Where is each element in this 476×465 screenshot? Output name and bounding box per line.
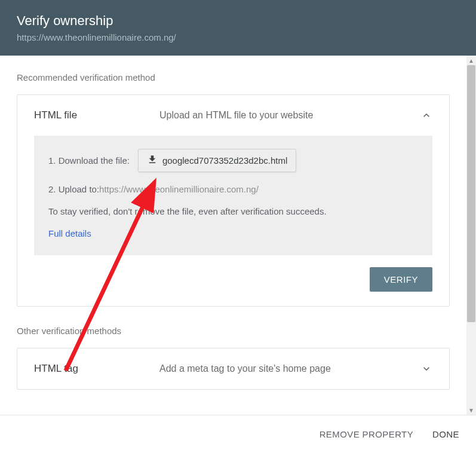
upload-url: https://www.theonlinemillionaire.com.ng/ <box>99 184 259 194</box>
chevron-up-icon <box>420 109 432 121</box>
recommended-section-label: Recommended verification method <box>17 72 450 82</box>
property-url: https://www.theonlinemillionaire.com.ng/ <box>17 32 459 42</box>
step1-label: 1. Download the file: <box>48 155 130 166</box>
scroll-down-icon[interactable]: ▼ <box>466 405 476 415</box>
method-title: HTML tag <box>34 363 159 375</box>
download-filename: googlecd7073352d23d2bc.html <box>162 155 287 166</box>
html-file-card: HTML file Upload an HTML file to your we… <box>17 94 450 307</box>
download-icon <box>147 154 162 167</box>
html-tag-card-header[interactable]: HTML tag Add a meta tag to your site's h… <box>17 348 449 389</box>
card-footer: VERIFY <box>17 255 449 306</box>
dialog-content: Recommended verification method HTML fil… <box>0 56 466 415</box>
method-description: Add a meta tag to your site's home page <box>159 363 420 374</box>
verify-button[interactable]: VERIFY <box>370 267 432 292</box>
dialog-footer: REMOVE PROPERTY DONE <box>0 415 476 453</box>
method-title: HTML file <box>34 109 159 121</box>
remove-property-button[interactable]: REMOVE PROPERTY <box>320 429 413 439</box>
step2-label: 2. Upload to: <box>48 184 99 194</box>
html-file-card-header[interactable]: HTML file Upload an HTML file to your we… <box>17 95 449 136</box>
done-button[interactable]: DONE <box>432 429 459 439</box>
method-description: Upload an HTML file to your website <box>159 110 420 121</box>
vertical-scrollbar[interactable]: ▲ ▼ <box>466 56 476 415</box>
scroll-thumb[interactable] <box>467 65 475 322</box>
other-section-label: Other verification methods <box>17 326 450 336</box>
chevron-down-icon <box>420 363 432 375</box>
verification-note: To stay verified, don't remove the file,… <box>48 206 418 216</box>
dialog-header: Verify ownership https://www.theonlinemi… <box>0 0 476 56</box>
scroll-up-icon[interactable]: ▲ <box>466 56 476 65</box>
dialog-title: Verify ownership <box>17 13 459 29</box>
download-file-button[interactable]: googlecd7073352d23d2bc.html <box>138 149 296 172</box>
full-details-link[interactable]: Full details <box>48 228 418 238</box>
html-tag-card: HTML tag Add a meta tag to your site's h… <box>17 348 450 390</box>
html-file-instructions: 1. Download the file: googlecd7073352d23… <box>34 136 432 255</box>
